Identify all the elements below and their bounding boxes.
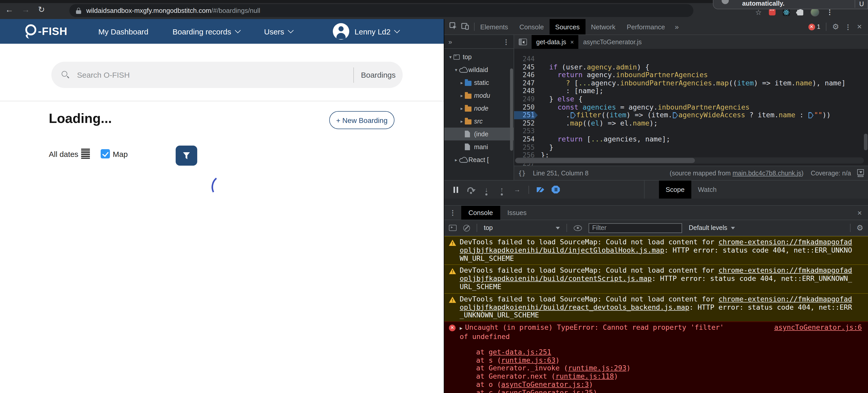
line-number-248[interactable]: 248 bbox=[514, 87, 538, 95]
filter-button[interactable] bbox=[176, 146, 197, 166]
live-expression-icon[interactable] bbox=[574, 225, 582, 231]
tree-item-react[interactable]: ▸React [ bbox=[444, 153, 514, 166]
nav-item-users[interactable]: Users bbox=[264, 27, 293, 36]
chevron-down-icon[interactable]: ▾ bbox=[453, 67, 459, 72]
tab-network[interactable]: Network bbox=[585, 19, 621, 34]
code-line-255[interactable]: 255 } bbox=[514, 143, 868, 151]
stack-frame-link[interactable]: asyncToGenerator.js:25 bbox=[501, 388, 593, 393]
file-tab-asynctogenerator-js[interactable]: asyncToGenerator.js bbox=[579, 35, 646, 49]
stack-frame-link[interactable]: asyncToGenerator.js:3 bbox=[501, 380, 589, 388]
line-number-253[interactable]: 253 bbox=[514, 127, 538, 135]
code-line-244[interactable]: 244 bbox=[514, 55, 868, 63]
pretty-print-icon[interactable]: {} bbox=[518, 169, 526, 177]
user-menu[interactable]: Lenny Ld2 bbox=[333, 23, 399, 39]
line-number-255[interactable]: 255 bbox=[514, 143, 538, 151]
line-number-250[interactable]: 250 bbox=[514, 103, 538, 111]
map-checkbox[interactable] bbox=[100, 149, 110, 159]
source-map-link[interactable]: main.bdc4c7b8.chunk.js bbox=[733, 169, 801, 177]
sidebar-tab-watch[interactable]: Watch bbox=[691, 180, 723, 199]
tab-performance[interactable]: Performance bbox=[621, 19, 671, 34]
code-line-245[interactable]: 245 if (user.agency.admin) { bbox=[514, 63, 868, 71]
expand-triangle-icon[interactable]: ▶ bbox=[460, 326, 463, 331]
console-sidebar-icon[interactable] bbox=[449, 225, 457, 231]
pause-on-exceptions-icon[interactable] bbox=[552, 186, 560, 194]
chevron-down-icon[interactable]: ▾ bbox=[447, 54, 454, 59]
nav-item-boarding-records[interactable]: Boarding records bbox=[173, 27, 240, 36]
chevron-right-icon[interactable]: ▸ bbox=[459, 80, 465, 85]
tree-item-mani[interactable]: mani bbox=[444, 140, 514, 153]
tree-item-inde[interactable]: (inde bbox=[444, 128, 514, 140]
line-number-245[interactable]: 245 bbox=[514, 63, 538, 71]
stack-frame-link[interactable]: runtime.js:118 bbox=[555, 372, 614, 380]
notification-action-partial[interactable]: U bbox=[859, 1, 864, 8]
tab-elements[interactable]: Elements bbox=[474, 19, 514, 34]
back-icon[interactable]: ← bbox=[5, 4, 13, 16]
search-context[interactable]: Boardings bbox=[354, 62, 403, 88]
console-settings-icon[interactable]: ⚙ bbox=[857, 223, 863, 232]
chevron-right-icon[interactable]: ▸ bbox=[459, 93, 465, 98]
code-line-252[interactable]: 252 .map((el) => el.name); bbox=[514, 119, 868, 127]
error-badge[interactable]: ✕ 1 bbox=[808, 23, 820, 30]
new-boarding-button[interactable]: + New Boarding bbox=[329, 111, 395, 129]
tree-item-node[interactable]: ▸node bbox=[444, 102, 514, 115]
stack-frame-link[interactable]: runtime.js:293 bbox=[568, 364, 627, 372]
nav-item-my-dashboard[interactable]: My Dashboard bbox=[98, 27, 149, 36]
file-tab-get-data-js[interactable]: get-data.js× bbox=[532, 35, 579, 49]
code-line-254[interactable]: 254 return [...agencies, name]; bbox=[514, 135, 868, 143]
line-number-254[interactable]: 254 bbox=[514, 135, 538, 143]
tree-item-wildaid[interactable]: ▾wildaid bbox=[444, 63, 514, 76]
drawer-tab-console[interactable]: Console bbox=[461, 206, 500, 220]
react-devtools-extension-icon[interactable] bbox=[783, 8, 790, 16]
extensions-puzzle-icon[interactable] bbox=[797, 10, 803, 16]
navigator-toggle-icon[interactable] bbox=[519, 38, 527, 45]
step-out-icon[interactable]: ↑ bbox=[498, 186, 506, 194]
tree-item-static[interactable]: ▸static bbox=[444, 76, 514, 89]
chevron-right-icon[interactable]: ▸ bbox=[459, 106, 465, 111]
more-panels-chevron[interactable]: » bbox=[671, 19, 683, 34]
deactivate-breakpoints-icon[interactable] bbox=[536, 186, 545, 194]
code-line-246[interactable]: 246 return agency.inboundPartnerAgencies bbox=[514, 71, 868, 79]
extension-icon-red[interactable]: ••• bbox=[769, 9, 776, 16]
pause-script-icon[interactable] bbox=[452, 186, 460, 194]
line-number-247[interactable]: 247 bbox=[514, 79, 538, 87]
tab-sources[interactable]: Sources bbox=[550, 19, 585, 34]
tree-item-top[interactable]: ▾top bbox=[444, 50, 514, 63]
chevron-right-icon[interactable]: ▸ bbox=[453, 157, 459, 162]
sidebar-tab-scope[interactable]: Scope bbox=[659, 180, 691, 199]
step-icon[interactable]: → bbox=[513, 186, 521, 194]
editor-vertical-scrollbar[interactable] bbox=[864, 134, 867, 150]
step-over-icon[interactable] bbox=[467, 186, 475, 194]
browser-menu-icon[interactable]: ⋮ bbox=[827, 8, 833, 16]
console-filter-input[interactable] bbox=[589, 223, 682, 233]
navigator-menu-icon[interactable]: ⋮ bbox=[503, 38, 509, 46]
devtools-settings-icon[interactable]: ⚙ bbox=[832, 22, 839, 31]
forward-icon[interactable]: → bbox=[22, 4, 30, 16]
clear-console-icon[interactable] bbox=[463, 225, 470, 231]
date-range-icon[interactable] bbox=[81, 149, 90, 159]
line-number-246[interactable]: 246 bbox=[514, 71, 538, 79]
ofish-logo[interactable]: -FISH bbox=[24, 24, 67, 39]
code-line-247[interactable]: 247 ? [...agency.inboundPartnerAgencies.… bbox=[514, 79, 868, 87]
lock-icon[interactable] bbox=[76, 7, 81, 13]
search-input[interactable] bbox=[76, 70, 273, 80]
line-number-249[interactable]: 249 bbox=[514, 95, 538, 103]
context-selector[interactable]: top bbox=[484, 224, 560, 231]
reload-icon[interactable]: ↻ bbox=[38, 4, 45, 16]
stack-frame-link[interactable]: runtime.js:63 bbox=[501, 356, 555, 364]
error-source-link[interactable]: asyncToGenerator.js:6 bbox=[774, 324, 864, 332]
all-dates-label[interactable]: All dates bbox=[49, 149, 78, 158]
drawer-menu-icon[interactable]: ⋮ bbox=[450, 209, 456, 217]
tree-item-modu[interactable]: ▸modu bbox=[444, 89, 514, 102]
code-line-253[interactable]: 253 bbox=[514, 127, 868, 135]
navigator-more-tabs-icon[interactable]: » bbox=[448, 38, 452, 46]
step-into-icon[interactable]: ↓ bbox=[482, 186, 491, 194]
log-levels-selector[interactable]: Default levels bbox=[689, 224, 735, 231]
bookmark-star-icon[interactable]: ☆ bbox=[755, 8, 762, 16]
code-line-251[interactable]: 251 .filter((item) => (item.agencyWideAc… bbox=[514, 111, 868, 119]
tree-item-src[interactable]: ▸src bbox=[444, 115, 514, 128]
chevron-right-icon[interactable]: ▸ bbox=[459, 118, 465, 124]
stack-frame-link[interactable]: get-data.js:251 bbox=[489, 348, 551, 356]
devtools-close-icon[interactable]: × bbox=[857, 22, 862, 31]
editor-horizontal-scrollbar[interactable] bbox=[515, 158, 864, 164]
scrollbar-thumb[interactable] bbox=[515, 158, 695, 163]
